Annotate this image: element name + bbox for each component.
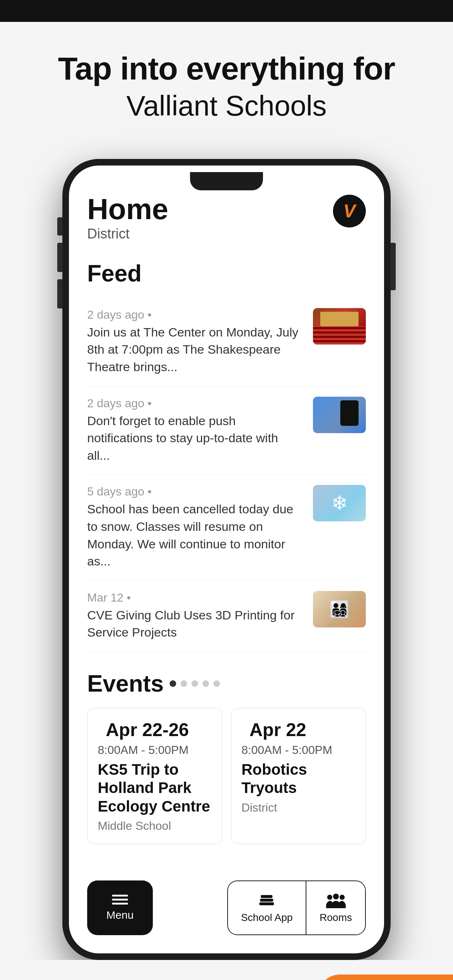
phone-volume-down-button bbox=[57, 279, 62, 309]
district-label: District bbox=[87, 226, 168, 242]
app-content: Home District V Feed 2 days ago • bbox=[69, 165, 384, 859]
feed-thumbnail bbox=[313, 591, 366, 627]
dot-3 bbox=[191, 680, 198, 687]
dot-4 bbox=[203, 680, 209, 687]
dot-1 bbox=[170, 680, 176, 687]
phone-mute-button bbox=[57, 217, 62, 235]
feed-thumbnail bbox=[313, 397, 366, 433]
feed-item[interactable]: 2 days ago • Don't forget to enable push… bbox=[87, 387, 366, 475]
feed-timestamp: 2 days ago • bbox=[87, 308, 152, 321]
feed-body: CVE Giving Club Uses 3D Printing for Ser… bbox=[87, 607, 304, 641]
stack-icon bbox=[258, 892, 275, 908]
dot-5 bbox=[214, 680, 220, 687]
event-name: Robotics Tryouts bbox=[241, 760, 355, 797]
svg-rect-1 bbox=[260, 899, 273, 902]
phone-mockup: Home District V Feed 2 days ago • bbox=[62, 159, 391, 960]
feed-timestamp: Mar 12 • bbox=[87, 591, 131, 604]
orange-shape-right bbox=[318, 975, 453, 980]
event-date: Apr 22-26 bbox=[106, 719, 189, 740]
feed-timestamp: 2 days ago • bbox=[87, 397, 152, 410]
hero-title-line1: Tap into everything for bbox=[22, 51, 431, 86]
feed-thumbnail bbox=[313, 308, 366, 345]
tab-right-group: School App Rooms bbox=[227, 880, 366, 935]
feed-item[interactable]: 5 days ago • School has been cancelled t… bbox=[87, 475, 366, 581]
feed-body: Join us at The Center on Monday, July 8t… bbox=[87, 324, 304, 376]
events-section-title: Events bbox=[87, 670, 164, 697]
event-time: 8:00AM - 5:00PM bbox=[241, 743, 355, 757]
menu-tab-label: Menu bbox=[106, 909, 134, 921]
phone-wrapper: Home District V Feed 2 days ago • bbox=[0, 145, 453, 960]
page-title: Home bbox=[87, 195, 168, 224]
events-grid: Apr 22-26 8:00AM - 5:00PM KS5 Trip to Ho… bbox=[87, 708, 366, 844]
hero-section: Tap into everything for Valliant Schools bbox=[0, 22, 453, 145]
feed-section-title: Feed bbox=[87, 260, 366, 287]
event-name: KS5 Trip to Holland Park Ecology Centre bbox=[98, 760, 212, 816]
menu-line-2 bbox=[112, 899, 128, 900]
feed-item-text: 5 days ago • School has been cancelled t… bbox=[87, 485, 304, 570]
phone-volume-up-button bbox=[57, 243, 62, 272]
feed-item-text: 2 days ago • Join us at The Center on Mo… bbox=[87, 308, 304, 376]
events-header: Events bbox=[87, 670, 366, 697]
hero-title-line2: Valliant Schools bbox=[22, 89, 431, 123]
app-header: Home District V bbox=[87, 195, 366, 242]
rooms-tab-label: Rooms bbox=[319, 912, 352, 923]
event-card[interactable]: Apr 22-26 8:00AM - 5:00PM KS5 Trip to Ho… bbox=[87, 708, 222, 844]
menu-line-3 bbox=[112, 903, 128, 905]
app-header-left: Home District bbox=[87, 195, 168, 242]
school-app-tab[interactable]: School App bbox=[228, 881, 307, 934]
event-date-row: Apr 22-26 bbox=[98, 719, 212, 740]
dot-2 bbox=[180, 680, 187, 687]
event-date: Apr 22 bbox=[249, 719, 306, 740]
svg-rect-2 bbox=[261, 895, 273, 898]
feed-item[interactable]: Mar 12 • CVE Giving Club Uses 3D Printin… bbox=[87, 581, 366, 652]
events-pagination-dots bbox=[170, 680, 220, 687]
tab-bar: Menu School App bbox=[69, 873, 384, 953]
feed-item-text: Mar 12 • CVE Giving Club Uses 3D Printin… bbox=[87, 591, 304, 641]
phone-notch bbox=[190, 172, 263, 190]
phone-power-button bbox=[391, 243, 396, 290]
event-card[interactable]: Apr 22 8:00AM - 5:00PM Robotics Tryouts … bbox=[231, 708, 366, 844]
svg-rect-0 bbox=[259, 902, 274, 905]
event-location: District bbox=[241, 801, 355, 815]
feed-body: School has been cancelled today due to s… bbox=[87, 501, 304, 570]
event-location: Middle School bbox=[98, 819, 212, 833]
event-date-row: Apr 22 bbox=[241, 719, 355, 740]
feed-body: Don't forget to enable push notification… bbox=[87, 412, 304, 465]
svg-point-5 bbox=[340, 895, 345, 900]
feed-thumbnail bbox=[313, 485, 366, 521]
menu-line-1 bbox=[112, 895, 128, 897]
people-icon bbox=[326, 892, 346, 908]
menu-icon bbox=[112, 895, 128, 905]
feed-timestamp: 5 days ago • bbox=[87, 485, 152, 498]
rooms-tab[interactable]: Rooms bbox=[306, 881, 365, 934]
event-time: 8:00AM - 5:00PM bbox=[98, 743, 212, 757]
bottom-accent bbox=[0, 960, 453, 980]
top-status-bar bbox=[0, 0, 453, 22]
feed-item[interactable]: 2 days ago • Join us at The Center on Mo… bbox=[87, 298, 366, 387]
phone-screen: Home District V Feed 2 days ago • bbox=[69, 165, 384, 953]
logo-letter: V bbox=[343, 200, 355, 222]
school-logo[interactable]: V bbox=[333, 195, 366, 228]
school-app-tab-label: School App bbox=[241, 912, 293, 923]
menu-tab[interactable]: Menu bbox=[87, 880, 153, 935]
svg-point-4 bbox=[333, 894, 339, 899]
feed-item-text: 2 days ago • Don't forget to enable push… bbox=[87, 397, 304, 465]
svg-point-3 bbox=[327, 895, 332, 900]
